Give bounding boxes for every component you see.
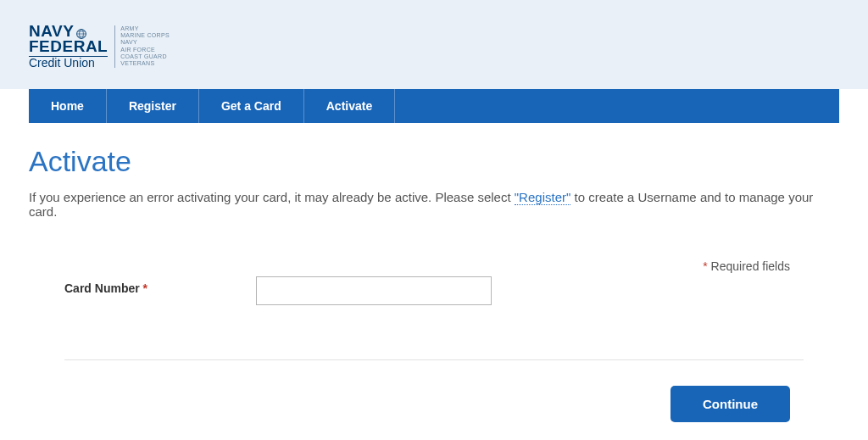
globe-icon [76, 26, 86, 36]
logo-text-block: NAVY FEDERAL Credit Union [29, 24, 108, 69]
nav-home[interactable]: Home [29, 89, 107, 123]
instruction-pre: If you experience an error activating yo… [29, 190, 515, 204]
military-branches-list: ARMY MARINE CORPS NAVY AIR FORCE COAST G… [114, 25, 170, 68]
required-fields-label: Required fields [708, 259, 790, 273]
nav-register[interactable]: Register [107, 89, 199, 123]
main-content: Activate If you experience an error acti… [0, 123, 868, 422]
header-banner: NAVY FEDERAL Credit Union ARMY MARINE CO… [0, 0, 868, 89]
branch-item: MARINE CORPS [120, 32, 170, 39]
continue-button[interactable]: Continue [670, 386, 790, 422]
branch-item: COAST GUARD [120, 53, 170, 60]
register-link[interactable]: "Register" [515, 190, 571, 205]
card-number-label: Card Number * [64, 276, 256, 295]
card-number-row: Card Number * [29, 276, 839, 305]
primary-nav: Home Register Get a Card Activate [29, 89, 839, 123]
logo-line2: FEDERAL [29, 39, 108, 54]
form-actions: Continue [29, 386, 839, 422]
page-title: Activate [29, 145, 839, 178]
nav-get-a-card[interactable]: Get a Card [199, 89, 304, 123]
required-fields-note: * Required fields [29, 259, 839, 273]
nav-activate[interactable]: Activate [304, 89, 395, 123]
brand-logo: NAVY FEDERAL Credit Union ARMY MARINE CO… [29, 24, 839, 69]
branch-item: ARMY [120, 25, 170, 32]
required-star-icon: * [143, 281, 147, 295]
branch-item: AIR FORCE [120, 47, 170, 53]
instruction-text: If you experience an error activating yo… [29, 190, 839, 219]
card-number-input[interactable] [256, 276, 492, 305]
card-number-label-text: Card Number [64, 281, 143, 295]
logo-subtext: Credit Union [29, 56, 108, 69]
section-divider [64, 359, 804, 360]
branch-item: VETERANS [120, 60, 170, 67]
branch-item: NAVY [120, 39, 170, 46]
